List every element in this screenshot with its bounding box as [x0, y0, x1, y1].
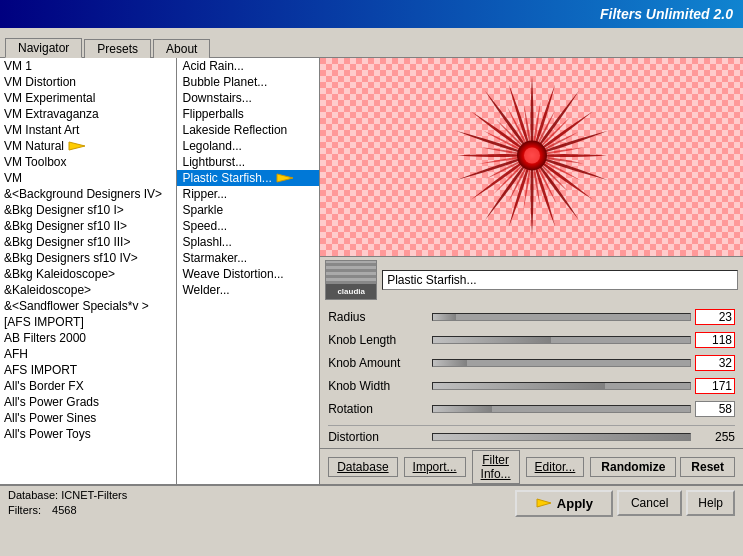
editor-button[interactable]: Editor...: [526, 457, 585, 477]
filter-item[interactable]: Ripper...: [177, 186, 320, 202]
category-item[interactable]: &Bkg Designer sf10 I>: [0, 202, 176, 218]
help-button[interactable]: Help: [686, 490, 735, 516]
starfish-preview: Generated spikes: [432, 58, 632, 256]
filter-item[interactable]: Legoland...: [177, 138, 320, 154]
filter-list: Acid Rain... Bubble Planet... Downstairs…: [177, 58, 321, 484]
slider-track-knob-width[interactable]: [432, 382, 691, 390]
slider-label-knob-length: Knob Length: [328, 333, 428, 347]
yellow-arrow-icon: [275, 171, 295, 185]
category-item[interactable]: VM Natural: [0, 138, 176, 154]
slider-track-knob-length[interactable]: [432, 336, 691, 344]
svg-point-3: [524, 148, 540, 164]
import-button[interactable]: Import...: [404, 457, 466, 477]
tabs-row: Navigator Presets About: [0, 28, 743, 58]
category-item[interactable]: &Bkg Designer sf10 II>: [0, 218, 176, 234]
database-label: Database:: [8, 489, 58, 501]
category-item[interactable]: VM: [0, 170, 176, 186]
slider-track-radius[interactable]: [432, 313, 691, 321]
filters-label: Filters:: [8, 504, 41, 516]
main-content: VM 1 VM Distortion VM Experimental VM Ex…: [0, 58, 743, 484]
thumbnail: claudia: [325, 260, 377, 300]
category-item[interactable]: VM Distortion: [0, 74, 176, 90]
category-item[interactable]: AFH: [0, 346, 176, 362]
filter-item-selected[interactable]: Plastic Starfish...: [177, 170, 320, 186]
category-item[interactable]: [AFS IMPORT]: [0, 314, 176, 330]
filter-item[interactable]: Downstairs...: [177, 90, 320, 106]
slider-label-radius: Radius: [328, 310, 428, 324]
slider-fill-rotation: [433, 406, 492, 412]
distortion-value: 255: [695, 430, 735, 444]
cancel-button[interactable]: Cancel: [617, 490, 682, 516]
category-list: VM 1 VM Distortion VM Experimental VM Ex…: [0, 58, 177, 484]
filter-item[interactable]: Lightburst...: [177, 154, 320, 170]
filter-item[interactable]: Flipperballs: [177, 106, 320, 122]
category-item[interactable]: All's Power Sines: [0, 410, 176, 426]
sliders-area: Radius 23 Knob Length 118 Knob Amo: [320, 303, 743, 448]
right-panel: Generated spikes: [320, 58, 743, 484]
distortion-fill: [433, 434, 690, 440]
slider-row-knob-width: Knob Width 171: [328, 376, 735, 396]
slider-fill-knob-width: [433, 383, 605, 389]
slider-row-knob-amount: Knob Amount 32: [328, 353, 735, 373]
slider-value-rotation[interactable]: 58: [695, 401, 735, 417]
filter-item[interactable]: Lakeside Reflection: [177, 122, 320, 138]
category-item[interactable]: &<Sandflower Specials*v >: [0, 298, 176, 314]
info-bar: claudia Plastic Starfish...: [320, 256, 743, 303]
distortion-row: Distortion 255: [328, 425, 735, 444]
category-item[interactable]: All's Power Grads: [0, 394, 176, 410]
slider-track-knob-amount[interactable]: [432, 359, 691, 367]
category-item[interactable]: &Bkg Designers sf10 IV>: [0, 250, 176, 266]
slider-label-knob-amount: Knob Amount: [328, 356, 428, 370]
slider-fill-knob-length: [433, 337, 551, 343]
filter-item[interactable]: Weave Distortion...: [177, 266, 320, 282]
title-bar: Filters Unlimited 2.0: [0, 0, 743, 28]
category-list-inner[interactable]: VM 1 VM Distortion VM Experimental VM Ex…: [0, 58, 176, 484]
tab-about[interactable]: About: [153, 39, 210, 58]
apply-arrow-icon: [535, 496, 553, 510]
claudia-label: claudia: [337, 287, 365, 296]
status-bar: Database: ICNET-Filters Filters: 4568 Ap…: [0, 484, 743, 520]
category-item[interactable]: VM Instant Art: [0, 122, 176, 138]
apply-button[interactable]: Apply: [515, 490, 613, 517]
category-item[interactable]: &Bkg Kaleidoscope>: [0, 266, 176, 282]
distortion-track[interactable]: [432, 433, 691, 441]
category-item[interactable]: VM Extravaganza: [0, 106, 176, 122]
category-item[interactable]: VM Toolbox: [0, 154, 176, 170]
slider-label-rotation: Rotation: [328, 402, 428, 416]
svg-marker-4: [537, 499, 551, 507]
filter-item[interactable]: Starmaker...: [177, 250, 320, 266]
category-item[interactable]: All's Border FX: [0, 378, 176, 394]
category-item[interactable]: VM 1: [0, 58, 176, 74]
database-button[interactable]: Database: [328, 457, 397, 477]
slider-value-knob-length[interactable]: 118: [695, 332, 735, 348]
category-item[interactable]: All's Power Toys: [0, 426, 176, 442]
tab-presets[interactable]: Presets: [84, 39, 151, 58]
filter-item[interactable]: Bubble Planet...: [177, 74, 320, 90]
database-value: ICNET-Filters: [61, 489, 127, 501]
filter-item[interactable]: Sparkle: [177, 202, 320, 218]
category-item[interactable]: AB Filters 2000: [0, 330, 176, 346]
category-item[interactable]: &Bkg Designer sf10 III>: [0, 234, 176, 250]
title-text: Filters Unlimited 2.0: [600, 6, 733, 22]
tab-navigator[interactable]: Navigator: [5, 38, 82, 58]
svg-marker-1: [277, 174, 293, 182]
filter-info-button[interactable]: Filter Info...: [472, 450, 520, 484]
randomize-button[interactable]: Randomize: [590, 457, 676, 477]
category-item[interactable]: &<Background Designers IV>: [0, 186, 176, 202]
distortion-label: Distortion: [328, 430, 428, 444]
slider-track-rotation[interactable]: [432, 405, 691, 413]
slider-value-knob-amount[interactable]: 32: [695, 355, 735, 371]
filter-item[interactable]: Speed...: [177, 218, 320, 234]
category-item[interactable]: VM Experimental: [0, 90, 176, 106]
slider-value-radius[interactable]: 23: [695, 309, 735, 325]
reset-button[interactable]: Reset: [680, 457, 735, 477]
slider-value-knob-width[interactable]: 171: [695, 378, 735, 394]
filters-value: 4568: [52, 504, 76, 516]
category-item[interactable]: AFS IMPORT: [0, 362, 176, 378]
filter-item[interactable]: Acid Rain...: [177, 58, 320, 74]
category-item[interactable]: &Kaleidoscope>: [0, 282, 176, 298]
filter-item[interactable]: Splashl...: [177, 234, 320, 250]
preview-area: Generated spikes: [320, 58, 743, 256]
filter-item[interactable]: Welder...: [177, 282, 320, 298]
slider-row-radius: Radius 23: [328, 307, 735, 327]
